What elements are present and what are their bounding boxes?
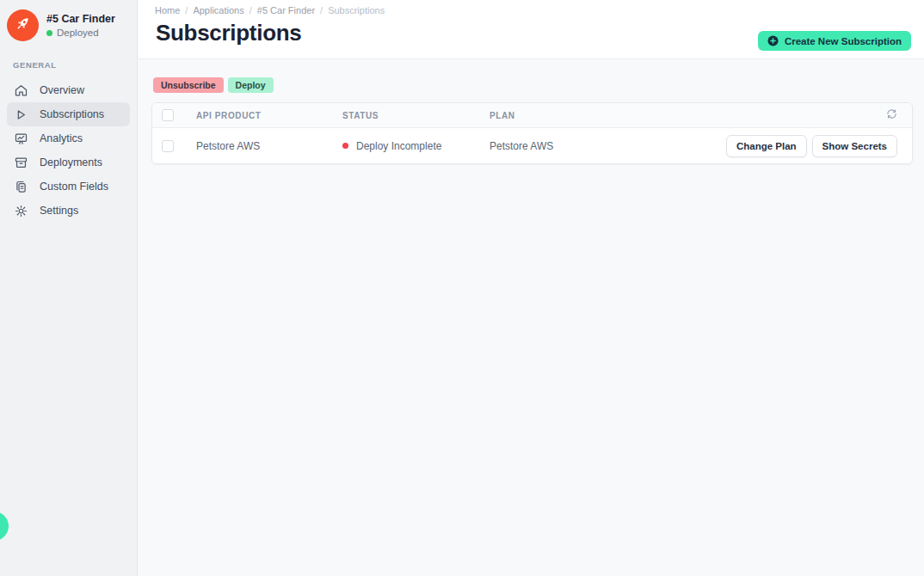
sidebar-item-overview[interactable]: Overview bbox=[7, 78, 130, 102]
breadcrumb-app[interactable]: #5 Car Finder bbox=[257, 5, 315, 15]
subscriptions-table: API PRODUCT STATUS PLAN Petstore AWS bbox=[151, 102, 913, 164]
sidebar-section-label: GENERAL bbox=[13, 60, 137, 70]
play-icon bbox=[14, 107, 28, 122]
sidebar-item-analytics[interactable]: Analytics bbox=[7, 126, 130, 150]
breadcrumb-separator: / bbox=[320, 5, 323, 15]
breadcrumb-applications[interactable]: Applications bbox=[193, 5, 243, 15]
status-cell: Deploy Incomplete bbox=[342, 140, 490, 152]
app-name: #5 Car Finder bbox=[46, 13, 115, 26]
archive-icon bbox=[14, 156, 28, 170]
row-checkbox-cell bbox=[152, 140, 196, 152]
main-area: Home / Applications / #5 Car Finder / Su… bbox=[139, 0, 924, 576]
app-status: Deployed bbox=[46, 28, 115, 38]
app-info: #5 Car Finder Deployed bbox=[0, 0, 137, 50]
select-all-checkbox[interactable] bbox=[162, 109, 174, 121]
sidebar-item-custom-fields[interactable]: Custom Fields bbox=[7, 175, 130, 199]
row-checkbox[interactable] bbox=[162, 140, 174, 152]
plus-circle-icon bbox=[767, 35, 779, 46]
deploy-button[interactable]: Deploy bbox=[228, 77, 274, 93]
unsubscribe-button[interactable]: Unsubscribe bbox=[153, 77, 224, 93]
header-checkbox-cell bbox=[152, 109, 196, 121]
sidebar-item-subscriptions[interactable]: Subscriptions bbox=[7, 102, 130, 126]
column-header-api-product: API PRODUCT bbox=[196, 111, 342, 120]
breadcrumb-current: Subscriptions bbox=[328, 5, 385, 15]
rocket-icon bbox=[14, 15, 32, 36]
status-label: Deploy Incomplete bbox=[356, 140, 441, 152]
api-product-cell: Petstore AWS bbox=[196, 140, 342, 152]
breadcrumb: Home / Applications / #5 Car Finder / Su… bbox=[155, 5, 924, 15]
refresh-icon bbox=[886, 108, 897, 122]
app-meta: #5 Car Finder Deployed bbox=[46, 13, 115, 38]
gear-icon bbox=[14, 204, 28, 218]
refresh-button[interactable] bbox=[886, 108, 912, 122]
row-actions: Change Plan Show Secrets bbox=[726, 135, 912, 157]
plan-cell: Petstore AWS bbox=[490, 140, 726, 152]
app-root: #5 Car Finder Deployed GENERAL Overview … bbox=[0, 0, 924, 576]
sidebar-item-label: Settings bbox=[40, 205, 78, 217]
show-secrets-button[interactable]: Show Secrets bbox=[812, 135, 897, 157]
breadcrumb-separator: / bbox=[185, 5, 188, 15]
change-plan-button[interactable]: Change Plan bbox=[726, 135, 807, 157]
deployed-status-dot bbox=[46, 30, 52, 36]
content-area: Unsubscribe Deploy API PRODUCT STATUS PL… bbox=[139, 59, 924, 164]
table-header-row: API PRODUCT STATUS PLAN bbox=[152, 103, 912, 128]
sidebar-item-label: Deployments bbox=[40, 156, 102, 169]
app-status-label: Deployed bbox=[57, 28, 99, 38]
pages-icon bbox=[14, 180, 28, 194]
sidebar-item-label: Subscriptions bbox=[40, 108, 104, 120]
page-header: Home / Applications / #5 Car Finder / Su… bbox=[139, 0, 924, 59]
column-header-plan: PLAN bbox=[490, 111, 886, 120]
sidebar-item-label: Analytics bbox=[40, 132, 83, 144]
breadcrumb-home[interactable]: Home bbox=[155, 5, 180, 15]
column-header-status: STATUS bbox=[342, 111, 490, 120]
breadcrumb-separator: / bbox=[249, 5, 252, 15]
sidebar: #5 Car Finder Deployed GENERAL Overview … bbox=[0, 0, 138, 576]
sidebar-nav: Overview Subscriptions Analytics Deploym… bbox=[0, 78, 137, 223]
sidebar-item-label: Overview bbox=[40, 84, 84, 96]
sidebar-item-deployments[interactable]: Deployments bbox=[7, 150, 130, 175]
bulk-actions: Unsubscribe Deploy bbox=[153, 77, 913, 93]
create-button-label: Create New Subscription bbox=[785, 36, 902, 46]
home-icon bbox=[14, 83, 28, 98]
table-row: Petstore AWS Deploy Incomplete Petstore … bbox=[152, 128, 912, 163]
sidebar-item-settings[interactable]: Settings bbox=[7, 199, 130, 223]
status-dot bbox=[342, 143, 348, 149]
presentation-chart-icon bbox=[14, 132, 28, 146]
app-logo bbox=[7, 9, 39, 41]
sidebar-item-label: Custom Fields bbox=[40, 181, 108, 193]
create-new-subscription-button[interactable]: Create New Subscription bbox=[758, 31, 911, 51]
